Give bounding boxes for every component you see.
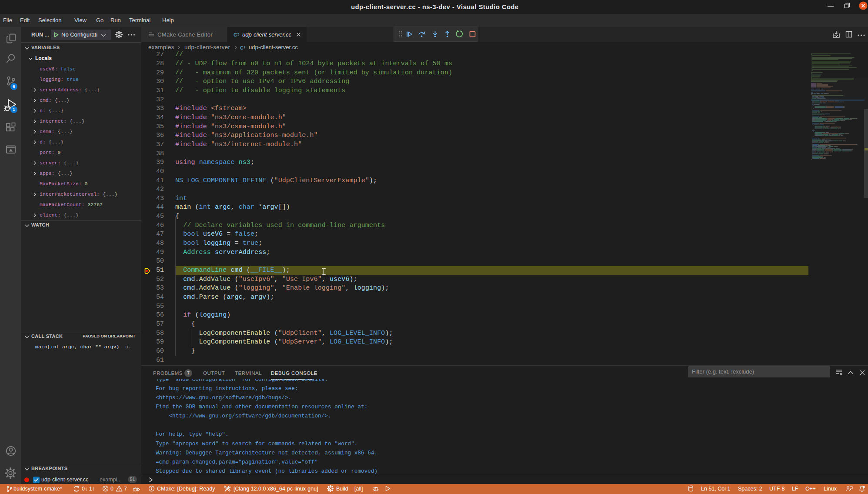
svg-text:C: C [234, 32, 237, 37]
svg-text:C: C [240, 45, 244, 50]
